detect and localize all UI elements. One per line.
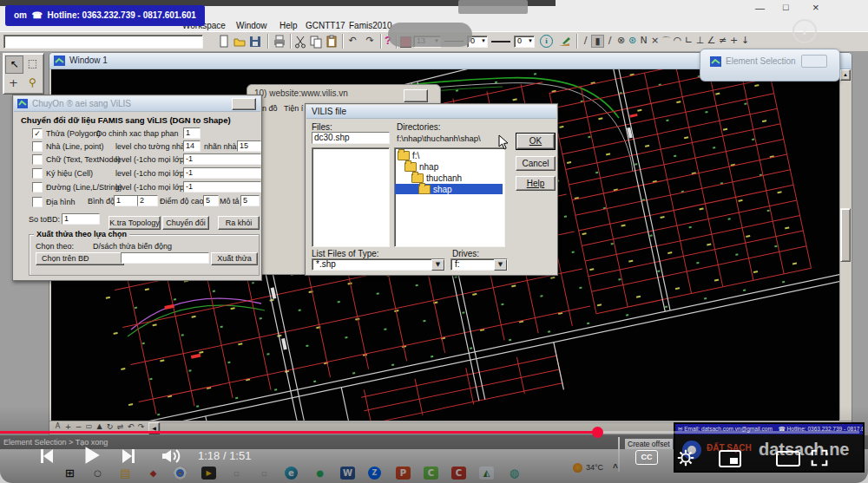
tree-item-shap-selected[interactable]: shap <box>395 184 503 194</box>
weather-temp[interactable]: 34°C <box>586 463 603 472</box>
subtitles-button[interactable]: CC <box>635 450 658 465</box>
duong-level-input[interactable]: -1 <box>183 181 261 193</box>
snap-perp-point-icon[interactable]: ⊥ <box>694 35 706 46</box>
snap-midpoint-icon[interactable]: ⊗ <box>615 35 627 46</box>
powerpoint-icon[interactable]: P <box>396 467 411 480</box>
xuat-thua-button[interactable]: Xuất thửa <box>211 252 258 265</box>
snap-through-icon[interactable]: ≠ <box>717 35 728 46</box>
thua-precision-input[interactable]: 1 <box>183 127 201 139</box>
cut-icon[interactable] <box>293 35 307 49</box>
zalo-icon[interactable]: Z <box>368 467 381 480</box>
search-icon[interactable]: ○ <box>90 467 105 480</box>
play-button[interactable] <box>80 444 102 467</box>
copy-icon[interactable] <box>309 35 323 49</box>
chuyen-doi-button[interactable]: Chuyển đổi <box>162 216 209 230</box>
thua-checkbox[interactable]: ✓ <box>32 128 43 139</box>
redo-icon[interactable]: ↷ <box>363 35 377 46</box>
weather-icon[interactable] <box>573 463 582 473</box>
duong-checkbox[interactable] <box>32 182 43 193</box>
minimize-icon[interactable]: — <box>755 3 765 13</box>
view-previous-icon[interactable]: ↶ <box>126 422 135 431</box>
diahinh-checkbox[interactable] <box>32 197 43 207</box>
diemdocao-input[interactable]: 5 <box>203 195 219 206</box>
word-icon[interactable]: W <box>340 467 355 480</box>
help-button[interactable]: Help <box>516 176 556 191</box>
rotate-view-icon[interactable]: ↻ <box>105 422 115 431</box>
window-area-icon[interactable]: ▭ <box>84 422 94 430</box>
previous-button[interactable] <box>36 446 56 467</box>
zoom-out-icon[interactable]: − <box>74 422 83 431</box>
delete-tool-icon[interactable]: ⚲ <box>24 75 41 91</box>
view-attributes-icon[interactable]: A <box>53 422 62 430</box>
fullscreen-button[interactable] <box>809 448 830 467</box>
chu-level-input[interactable]: -1 <box>183 153 261 165</box>
crosshair-tool-icon[interactable]: + <box>5 75 22 91</box>
video-editor-icon[interactable]: ▶ <box>201 467 216 480</box>
save-icon[interactable] <box>248 35 262 49</box>
nha-level-input[interactable]: 14 <box>183 140 201 152</box>
tree-item-nhap[interactable]: nhap <box>404 161 500 172</box>
globe-icon[interactable]: ◍ <box>507 467 522 480</box>
kyhieu-checkbox[interactable] <box>32 168 43 179</box>
menu-help[interactable]: Help <box>279 21 298 30</box>
zoom-in-icon[interactable]: + <box>63 422 73 431</box>
info-circle-icon[interactable]: i <box>540 35 553 48</box>
nha-checkbox[interactable] <box>32 141 43 152</box>
menu-famis2010[interactable]: Famis2010 <box>349 21 391 30</box>
app-faded-icon[interactable]: ▫ <box>229 467 244 480</box>
windows-start-icon[interactable]: ⊞ <box>62 467 77 480</box>
settings-gear-icon[interactable] <box>676 448 695 467</box>
famis-menu-tienich[interactable]: Tiện í <box>284 104 303 113</box>
chrome-icon[interactable] <box>174 467 187 480</box>
view-next-icon[interactable]: ↷ <box>136 422 146 431</box>
snap-active-icon[interactable]: ▮ <box>591 35 604 48</box>
snap-center-icon[interactable]: ⊛ <box>627 35 638 46</box>
miniplayer-button[interactable] <box>719 450 741 467</box>
file-type-dropdown-icon[interactable]: ▼ <box>431 259 444 271</box>
snap-point-icon[interactable]: + <box>728 35 740 46</box>
tree-item-root[interactable]: f:\ <box>398 150 500 160</box>
famis-window-button[interactable] <box>404 89 428 102</box>
binhdo-input2[interactable]: 2 <box>137 195 158 206</box>
app-red-c-icon[interactable]: C <box>451 467 466 480</box>
file-type-combo[interactable]: *.shp▼ <box>312 258 445 271</box>
undo-icon[interactable]: ↶ <box>345 35 359 46</box>
cancel-button[interactable]: Cancel <box>516 156 556 171</box>
open-file-icon[interactable] <box>233 35 247 49</box>
close-icon[interactable]: × <box>812 1 819 14</box>
convert-dialog-close-button[interactable] <box>232 98 256 110</box>
fence-tool-icon[interactable]: ⬚ <box>24 55 41 72</box>
ok-button[interactable]: OK <box>516 134 555 149</box>
level-display-icon[interactable] <box>557 35 573 49</box>
progress-bar-played[interactable] <box>0 431 597 434</box>
sotobd-input[interactable]: 1 <box>62 213 100 225</box>
print-icon[interactable] <box>273 35 286 49</box>
files-listbox[interactable] <box>312 147 390 247</box>
mota-input[interactable]: 5 <box>240 195 260 206</box>
vilis-dialog-titlebar[interactable]: VILIS file <box>306 105 556 119</box>
taskbar-caret-icon[interactable]: ^ <box>613 463 618 473</box>
snap-vertical-icon[interactable]: ↓ <box>740 35 751 46</box>
menu-gcntt17[interactable]: GCNTT17 <box>306 21 345 30</box>
snap-origin-icon[interactable]: Ν <box>638 35 649 46</box>
menu-window[interactable]: Window <box>236 21 267 30</box>
snap-tangent-icon[interactable]: ⌒ <box>661 35 672 48</box>
progress-handle[interactable] <box>592 427 603 438</box>
kyhieu-level-input[interactable]: -1 <box>183 167 261 179</box>
tree-item-thuchanh[interactable]: thuchanh <box>411 173 500 183</box>
microstation-icon[interactable]: ◭ <box>479 467 494 480</box>
drives-dropdown-icon[interactable]: ▼ <box>494 259 507 271</box>
app-green-icon[interactable]: ● <box>312 467 327 480</box>
drives-combo[interactable]: f:▼ <box>450 258 508 271</box>
app-red-icon[interactable]: ◆ <box>146 467 161 480</box>
scrollbar-thumb[interactable] <box>840 208 851 262</box>
edge-icon[interactable]: e <box>285 467 298 480</box>
dsach-input[interactable] <box>121 252 209 264</box>
camtasia-icon[interactable]: C <box>424 467 438 480</box>
ktra-topology-button[interactable]: K.tra Topology <box>108 216 161 230</box>
binhdo-input1[interactable]: 1 <box>114 195 138 206</box>
volume-button[interactable] <box>160 446 182 467</box>
snap-nearest-icon[interactable]: ∕ <box>580 35 591 46</box>
chu-checkbox[interactable] <box>32 154 43 165</box>
new-file-icon[interactable] <box>217 35 231 49</box>
